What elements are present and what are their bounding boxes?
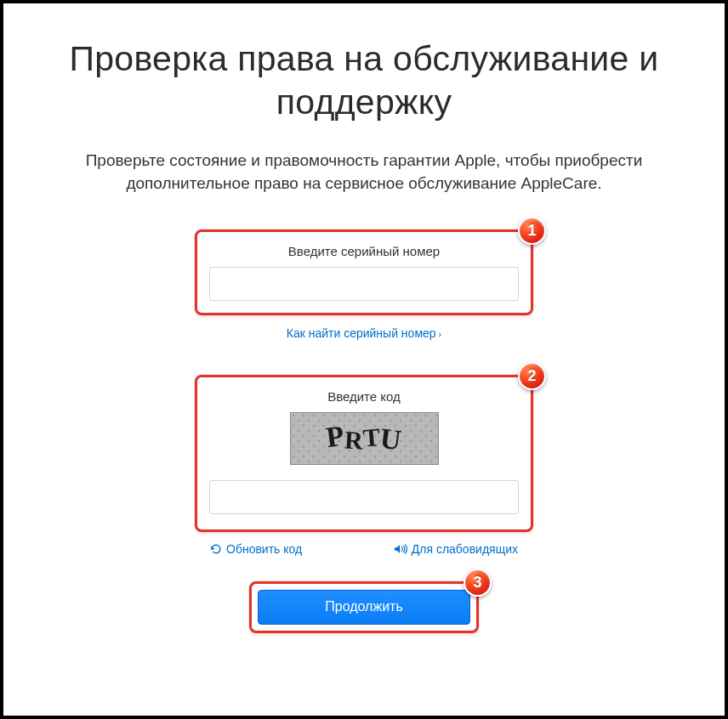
refresh-captcha-text: Обновить код xyxy=(226,542,302,556)
serial-section: 1 Введите серийный номер xyxy=(195,229,533,315)
submit-section: 3 Продолжить xyxy=(249,581,479,633)
captcha-input[interactable] xyxy=(209,480,519,514)
page-subtitle: Проверьте состояние и правомочность гара… xyxy=(58,149,670,195)
captcha-image: PRTU xyxy=(290,412,439,465)
page-container: Проверка права на обслуживание и поддерж… xyxy=(3,3,725,716)
serial-label: Введите серийный номер xyxy=(209,244,519,258)
audio-icon xyxy=(394,543,407,555)
refresh-captcha-link[interactable]: Обновить код xyxy=(210,542,302,556)
continue-button[interactable]: Продолжить xyxy=(258,590,470,625)
step-badge-2: 2 xyxy=(518,362,546,390)
captcha-label: Введите код xyxy=(209,389,519,404)
find-serial-link[interactable]: Как найти серийный номер› xyxy=(287,326,442,340)
page-title: Проверка права на обслуживание и поддерж… xyxy=(29,37,699,125)
chevron-right-icon: › xyxy=(439,329,442,339)
step-badge-3: 3 xyxy=(464,569,492,597)
find-serial-link-text: Как найти серийный номер xyxy=(287,326,436,340)
captcha-section: 2 Введите код PRTU xyxy=(195,375,533,532)
captcha-actions: Обновить код Для слабовидящих xyxy=(195,542,533,556)
step-badge-1: 1 xyxy=(518,217,546,245)
refresh-icon xyxy=(210,543,222,555)
serial-input[interactable] xyxy=(209,267,519,301)
audio-captcha-text: Для слабовидящих xyxy=(412,542,518,556)
audio-captcha-link[interactable]: Для слабовидящих xyxy=(394,542,518,556)
